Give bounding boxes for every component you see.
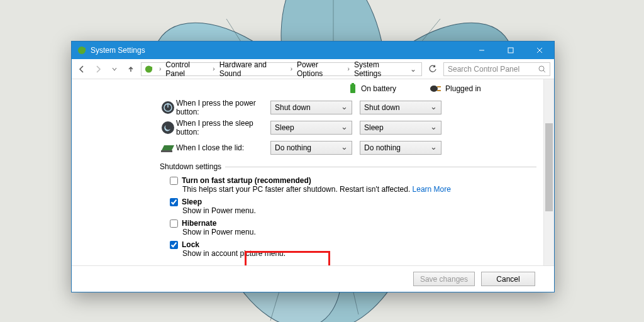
svg-point-14 — [539, 66, 544, 71]
nav-back-button[interactable] — [75, 63, 88, 75]
nav-forward-button[interactable] — [92, 63, 104, 75]
fast-startup-option: Turn on fast startup (recommended) This … — [170, 176, 536, 194]
content-area: On battery Plugged in When I press the p… — [72, 79, 554, 265]
window-title: System Settings — [91, 46, 467, 55]
save-changes-button[interactable]: Save changes — [413, 272, 475, 286]
battery-icon — [348, 83, 357, 94]
svg-point-18 — [430, 86, 438, 92]
breadcrumb-item[interactable]: Hardware and Sound — [218, 60, 287, 78]
power-button-row: When I press the power button: Shut down… — [160, 98, 536, 117]
svg-line-15 — [543, 70, 545, 72]
vertical-scrollbar[interactable] — [543, 79, 554, 265]
fast-startup-checkbox[interactable] — [170, 177, 178, 185]
scrollbar-thumb[interactable] — [545, 123, 553, 211]
close-button[interactable] — [525, 42, 554, 59]
power-options-icon — [144, 64, 153, 74]
refresh-button[interactable] — [426, 62, 440, 76]
breadcrumb-item[interactable]: Control Panel — [164, 60, 209, 78]
svg-rect-13 — [150, 67, 152, 70]
svg-rect-25 — [161, 150, 172, 152]
power-button-icon — [161, 101, 175, 114]
footer-bar: Save changes Cancel — [72, 265, 554, 292]
nav-recent-dropdown[interactable] — [108, 63, 121, 75]
lock-checkbox[interactable] — [170, 241, 178, 249]
svg-rect-16 — [350, 84, 355, 93]
svg-rect-7 — [84, 48, 86, 51]
search-icon — [538, 65, 546, 73]
power-button-plugged-select[interactable]: Shut down — [360, 101, 441, 114]
sleep-button-battery-select[interactable]: Sleep — [270, 121, 352, 135]
breadcrumb[interactable]: › Control Panel› Hardware and Sound› Pow… — [141, 62, 422, 76]
search-placeholder: Search Control Panel — [448, 65, 519, 74]
column-headers: On battery Plugged in — [348, 83, 536, 94]
cancel-button[interactable]: Cancel — [481, 272, 535, 286]
svg-rect-9 — [508, 48, 513, 53]
sleep-checkbox[interactable] — [170, 198, 178, 206]
close-lid-battery-select[interactable]: Do nothing — [270, 141, 352, 155]
svg-rect-17 — [352, 83, 354, 84]
navigation-bar: › Control Panel› Hardware and Sound› Pow… — [72, 59, 554, 79]
close-lid-row: When I close the lid: Do nothing Do noth… — [160, 138, 536, 157]
plug-icon — [428, 84, 441, 93]
sleep-button-icon — [161, 121, 175, 135]
sleep-button-plugged-select[interactable]: Sleep — [360, 121, 441, 135]
breadcrumb-dropdown[interactable]: ⌄ — [408, 65, 419, 74]
shutdown-settings-group: Shutdown settings Turn on fast startup (… — [160, 162, 536, 259]
titlebar: System Settings — [72, 42, 554, 59]
learn-more-link[interactable]: Learn More — [413, 185, 451, 194]
lock-option: Lock Show in account picture menu. — [170, 240, 536, 258]
breadcrumb-item[interactable]: System Settings — [353, 60, 406, 78]
sleep-button-row: When I press the sleep button: Sleep Sle… — [160, 118, 536, 137]
svg-point-24 — [162, 121, 174, 134]
search-input[interactable]: Search Control Panel — [443, 62, 550, 76]
minimize-button[interactable] — [467, 42, 496, 59]
close-lid-plugged-select[interactable]: Do nothing — [360, 141, 441, 155]
breadcrumb-item[interactable]: Power Options — [296, 60, 345, 78]
laptop-lid-icon — [160, 142, 175, 154]
power-options-icon — [77, 45, 87, 55]
maximize-button[interactable] — [496, 42, 525, 59]
system-settings-window: System Settings › Control Panel› Hardwar… — [71, 41, 555, 292]
hibernate-option: Hibernate Show in Power menu. — [170, 219, 536, 236]
nav-up-button[interactable] — [125, 63, 137, 75]
sleep-option: Sleep Show in Power menu. — [170, 197, 536, 215]
shutdown-settings-legend: Shutdown settings — [160, 162, 225, 171]
power-button-battery-select[interactable]: Shut down — [270, 101, 352, 114]
hibernate-checkbox[interactable] — [170, 219, 178, 228]
